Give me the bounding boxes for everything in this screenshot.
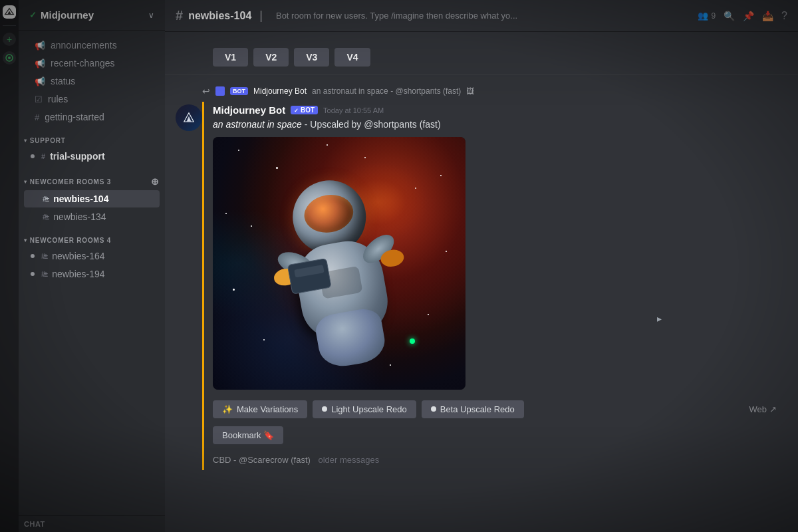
category-support[interactable]: ▾ SUPPORT <box>19 126 165 147</box>
search-icon[interactable]: 🔍 <box>724 11 735 21</box>
bot-avatar-small <box>215 86 225 96</box>
channel-newbies-104[interactable]: #± newbies-104 <box>24 190 160 207</box>
add-channel-button[interactable]: ⊕ <box>151 176 160 187</box>
topbar-icons: 👥 9 🔍 📌 📥 ? <box>698 10 787 22</box>
server-name: ✓ Midjourney <box>29 9 94 21</box>
category-arrow4-icon: ▾ <box>24 237 27 243</box>
bookmark-button[interactable]: Bookmark 🔖 <box>213 426 283 444</box>
forum-icon-134: #± <box>43 213 48 221</box>
server-header[interactable]: ✓ Midjourney ∨ <box>19 0 165 31</box>
channel-getting-started[interactable]: # getting-started <box>24 108 160 126</box>
message-content: Midjourney Bot ✓ BOT Today at 10:55 AM a… <box>213 104 787 467</box>
channel-status[interactable]: 📢 status <box>24 72 160 90</box>
message-header: Midjourney Bot ✓ BOT Today at 10:55 AM <box>213 104 787 116</box>
bot-verified-badge: ✓ BOT <box>291 106 318 114</box>
topbar: # newbies-104 | Bot room for new users. … <box>165 0 798 32</box>
v1-button[interactable]: V1 <box>213 48 248 66</box>
unread-dot-icon <box>31 154 35 158</box>
channel-newbies-194[interactable]: #± newbies-194 <box>24 265 160 283</box>
category-arrow-icon: ▾ <box>24 138 27 144</box>
server-bar: + <box>0 0 19 532</box>
action-buttons: ✨ Make Variations Light Upscale Redo Bet… <box>213 395 787 422</box>
sparkles-icon: ✨ <box>222 404 233 414</box>
category-arrow3-icon: ▾ <box>24 179 27 185</box>
bot-notification-bar: ↩ BOT Midjourney Bot an astronaut in spa… <box>165 83 798 99</box>
inbox-icon[interactable]: 📥 <box>762 11 773 21</box>
message-row: Midjourney Bot ✓ BOT Today at 10:55 AM a… <box>165 102 798 470</box>
message-timestamp: Today at 10:55 AM <box>323 106 384 114</box>
external-link-icon: ↗ <box>769 404 777 414</box>
image-thumbnail-icon: 🖼 <box>466 86 474 96</box>
verified-check-icon: ✓ <box>29 10 37 20</box>
beta-upscale-redo-button[interactable]: Beta Upscale Redo <box>422 400 524 418</box>
next-message-preview: CBD - @Scarecrow (fast) older messages <box>213 450 787 467</box>
light-upscale-redo-button[interactable]: Light Upscale Redo <box>313 400 416 418</box>
members-icon[interactable]: 👥 9 <box>698 11 716 21</box>
main-content: # newbies-104 | Bot room for new users. … <box>165 0 798 532</box>
bot-badge-small: BOT <box>230 87 248 95</box>
sidebar: ✓ Midjourney ∨ 📢 announcements 📢 recent-… <box>19 0 165 532</box>
equip-detail <box>294 265 324 277</box>
announcement2-icon: 📢 <box>35 59 45 68</box>
older-messages-label: older messages <box>318 455 379 465</box>
channel-list: 📢 announcements 📢 recent-changes 📢 statu… <box>19 31 165 515</box>
svg-point-1 <box>8 57 11 59</box>
server-icon-midjourney[interactable] <box>3 5 16 19</box>
separator: | <box>259 9 263 23</box>
channel-newbies-164[interactable]: #± newbies-164 <box>24 247 160 265</box>
category-newcomer-3[interactable]: ▾ NEWCOMER ROOMS 3 ⊕ <box>19 166 165 190</box>
forum-icon-active: #± <box>43 195 48 203</box>
button-dot-icon <box>322 406 327 412</box>
astronaut-scene <box>213 137 466 390</box>
bookmark-row: Bookmark 🔖 <box>213 426 787 444</box>
sidebar-chat-label: CHAT <box>19 515 165 532</box>
rules-icon: ☑ <box>35 94 43 104</box>
reply-icon: ↩ <box>202 86 210 96</box>
astronaut-visor <box>301 191 356 236</box>
message-text: an astronaut in space - Upscaled by @sho… <box>213 118 787 132</box>
topbar-description: Bot room for new users. Type /imagine th… <box>276 11 692 21</box>
category-newcomer-4[interactable]: ▾ NEWCOMER ROOMS 4 <box>19 226 165 247</box>
channel-trial-support[interactable]: # trial-support <box>24 148 160 165</box>
web-link-button[interactable]: Web ↗ <box>749 404 777 414</box>
bot-avatar <box>176 104 202 131</box>
pin-icon[interactable]: 📌 <box>743 11 754 21</box>
button-dot2-icon <box>431 406 436 412</box>
topbar-channel-name: newbies-104 <box>188 10 251 22</box>
message-author: Midjourney Bot <box>213 104 285 116</box>
unread-dot2-icon <box>31 254 35 258</box>
hash-icon: # <box>35 112 39 122</box>
make-variations-button[interactable]: ✨ Make Variations <box>213 400 307 418</box>
channel-rules[interactable]: ☑ rules <box>24 90 160 108</box>
unread-dot3-icon <box>31 272 35 276</box>
orange-accent-bar <box>202 102 204 470</box>
variation-buttons-row: V1 V2 V3 V4 <box>165 43 798 75</box>
v3-button[interactable]: V3 <box>294 48 329 66</box>
channel-announcements[interactable]: 📢 announcements <box>24 37 160 54</box>
explore-button[interactable] <box>3 51 16 65</box>
bot-name-small: Midjourney Bot <box>253 86 307 96</box>
add-server-button[interactable]: + <box>3 33 16 46</box>
forum-hash-icon: # <box>41 152 45 160</box>
notification-prompt: an astronaut in space - @shortpants (fas… <box>312 86 461 96</box>
server-dropdown-chevron-icon: ∨ <box>148 11 154 20</box>
forum-icon-194: #± <box>41 270 47 278</box>
generated-image[interactable] <box>213 137 466 390</box>
channel-hash-icon: # <box>176 8 183 23</box>
svg-point-2 <box>188 119 190 120</box>
help-icon[interactable]: ? <box>781 10 787 22</box>
v2-button[interactable]: V2 <box>253 48 289 66</box>
message-area: V1 V2 V3 V4 ↩ BOT Midjourney Bot an astr… <box>165 32 798 532</box>
v4-button[interactable]: V4 <box>334 48 370 66</box>
channel-recent-changes[interactable]: 📢 recent-changes <box>24 55 160 72</box>
announcement-icon: 📢 <box>35 41 45 51</box>
forum-icon-164: #± <box>41 252 47 260</box>
announcement3-icon: 📢 <box>35 76 45 86</box>
channel-newbies-134[interactable]: #± newbies-134 <box>24 208 160 225</box>
